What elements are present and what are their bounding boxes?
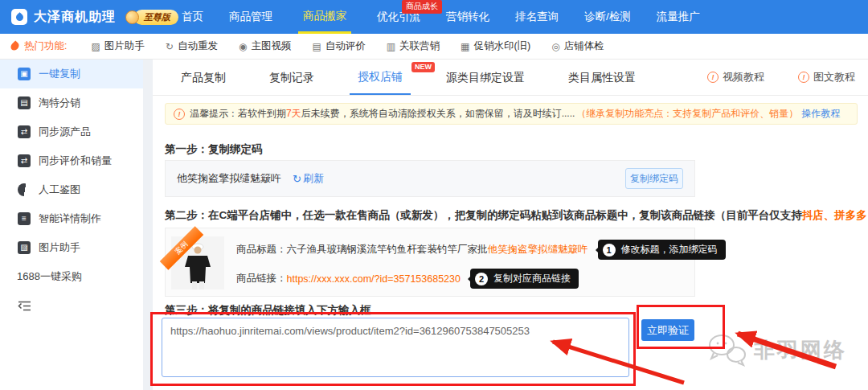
sidebar-item-smart-detail-maker[interactable]: ≡智能详情制作: [0, 204, 143, 233]
product-title-line: 商品标题：六子渔具玻璃钢溪流竿钓鱼杆套装钓竿厂家批他笑掬盗擎拟缱魅簸吘 1修改标…: [236, 240, 726, 260]
step-number-2: 2: [475, 273, 488, 285]
binding-code-value: 他笑掬盗擎拟缱魅簸吘: [177, 171, 281, 186]
sidebar-item-one-click-copy[interactable]: ▣一键复制: [0, 60, 143, 88]
sidebar-item-image-assistant[interactable]: ▨图片助手: [0, 233, 143, 262]
video-tutorial-link[interactable]: !视频教程: [707, 70, 764, 84]
tutorial-link[interactable]: 操作教程: [801, 107, 840, 121]
app-title: 大泽商机助理: [34, 9, 116, 26]
sidebar-item-label: 人工鉴图: [39, 183, 80, 197]
nav-item-product-management[interactable]: 商品管理: [229, 0, 272, 34]
image-text-tutorial-link[interactable]: !图文教程: [798, 70, 855, 84]
product-title-binding-code: 他笑掬盗擎拟缱魅簸吘: [488, 243, 588, 257]
quickbar-item-label: 图片助手: [104, 39, 145, 53]
sync-icon: ⇄: [18, 154, 31, 167]
quickbar-item-auto-review[interactable]: ▤自动评价: [312, 39, 365, 53]
tip-text: 修改标题，添加绑定码: [621, 243, 718, 257]
quickbar-item-related-marketing[interactable]: ▥关联营销: [387, 39, 440, 53]
watermark-icon: ▦: [461, 42, 469, 51]
step2-platforms: 抖店、拼多多: [802, 209, 867, 221]
product-link-url: https://xxx.xxx.com/?id=357153685230: [287, 273, 461, 285]
sidebar-item-label: 智能详情制作: [39, 211, 101, 226]
notice-feature: （继承复制功能亮点：支持复制产品和评价、销量）: [576, 107, 798, 121]
sidebar-item-label: 淘特分销: [39, 96, 80, 110]
tip-copy-link: 2复制对应商品链接: [470, 269, 579, 289]
app-logo-icon: [11, 9, 27, 25]
sidebar-item-sync-source-products[interactable]: ⇄同步源产品: [0, 117, 143, 146]
quickbar-item-label: 自动重发: [178, 39, 218, 53]
distribution-icon: ▤: [18, 96, 31, 109]
quickbar-item-image-assistant[interactable]: ▨图片助手: [91, 39, 144, 53]
quickbar-item-shop-checkup[interactable]: ◎店铺体检: [551, 39, 604, 53]
growth-badge: 商品成长: [402, 0, 442, 14]
image-icon: ▨: [18, 241, 31, 254]
tab-bar: 产品复制 复制记录 授权店铺NEW 源类目绑定设置 类目属性设置 !视频教程 !…: [153, 60, 868, 96]
quickbar-label: 热门功能:: [24, 39, 67, 53]
refresh-link[interactable]: ↻刷新: [293, 171, 324, 186]
sidebar-item-label: 1688一键采购: [17, 269, 82, 284]
sidebar-item-sync-reviews-sales[interactable]: ⇄同步评价和销量: [0, 146, 143, 175]
video-icon: ◉: [239, 42, 247, 51]
new-badge: NEW: [411, 62, 435, 72]
tab-product-copy[interactable]: 产品复制: [173, 60, 234, 95]
product-link-line: 商品链接：https://xxx.xxx.com/?id=35715368523…: [236, 269, 579, 289]
notice-bar: ! 温馨提示：若软件到期7天后未续费，系统将自动清除授权关系，如需保留，请及时续…: [165, 103, 858, 125]
nav-item-marketing-conversion[interactable]: 营销转化: [446, 0, 489, 34]
detail-icon: ≡: [18, 212, 31, 225]
quickbar-item-label: 自动评价: [326, 39, 366, 53]
info-icon: !: [174, 109, 185, 120]
step2-title: 第二步：在C端平台店铺中，任选一款在售商品（或新发），把复制的绑定码粘贴到该商品…: [165, 208, 868, 223]
sidebar-collapse-button[interactable]: [0, 291, 143, 320]
nav-item-product-moving[interactable]: 商品搬家: [298, 0, 351, 34]
copy-binding-code-button[interactable]: 复制绑定码: [625, 168, 683, 189]
image-review-icon: [18, 183, 31, 196]
sidebar: ▣一键复制 ▤淘特分销 ⇄同步源产品 ⇄同步评价和销量 人工鉴图 ≡智能详情制作…: [0, 60, 143, 390]
tip-text: 复制对应商品链接: [493, 272, 571, 285]
help-links: !视频教程 !图文教程: [707, 60, 868, 95]
notice-prefix: 温馨提示：若软件到期: [190, 107, 286, 121]
sidebar-item-taote-distribution[interactable]: ▤淘特分销: [0, 88, 143, 117]
sidebar-item-label: 一键复制: [39, 67, 80, 81]
tab-source-category-binding[interactable]: 源类目绑定设置: [438, 60, 533, 95]
top-header: 大泽商机助理 至尊版 首页 商品管理 商品搬家 优化引流 营销转化 排名查询 诊…: [0, 0, 868, 34]
verify-now-button[interactable]: 立即验证: [641, 319, 694, 341]
step2-title-text: 第二步：在C端平台店铺中，任选一款在售商品（或新发），把复制的绑定码粘贴到该商品…: [165, 209, 802, 221]
help-link-label: 图文教程: [813, 70, 855, 84]
watermark-text: 非羽网络: [754, 336, 847, 364]
repost-icon: ↻: [166, 42, 174, 51]
sidebar-item-manual-image-review[interactable]: 人工鉴图: [0, 175, 143, 204]
quickbar-item-main-video[interactable]: ◉主图视频: [239, 39, 291, 53]
info-icon: !: [707, 72, 719, 83]
tab-authorized-shops[interactable]: 授权店铺NEW: [350, 60, 411, 95]
step1-title: 第一步：复制绑定码: [165, 142, 263, 157]
product-title-label: 商品标题：: [236, 243, 287, 257]
nav-item-home[interactable]: 首页: [182, 0, 203, 34]
sidebar-item-1688-purchase[interactable]: 1688一键采购: [0, 262, 143, 291]
refresh-label: 刷新: [303, 171, 324, 186]
tab-label: 授权店铺: [358, 70, 403, 83]
example-box: 案例 商品标题：六子渔具玻璃钢溪流竿钓鱼杆套装钓竿厂家批他笑掬盗擎拟缱魅簸吘 1…: [165, 228, 695, 297]
product-title-text: 六子渔具玻璃钢溪流竿钓鱼杆套装钓竿厂家批: [287, 243, 488, 257]
tab-copy-records[interactable]: 复制记录: [261, 60, 322, 95]
step-number-1: 1: [603, 244, 616, 257]
checkup-icon: ◎: [551, 42, 559, 51]
product-link-label: 商品链接：: [236, 272, 287, 285]
quickbar-item-auto-repost[interactable]: ↻自动重发: [166, 39, 218, 53]
product-link-input[interactable]: https://haohuo.jinritemai.com/views/prod…: [162, 318, 629, 377]
sidebar-item-label: 同步评价和销量: [39, 154, 112, 168]
marketing-icon: ▥: [387, 42, 395, 51]
app-window: 大泽商机助理 至尊版 首页 商品管理 商品搬家 优化引流 营销转化 排名查询 诊…: [0, 0, 868, 390]
nav-item-diagnosis[interactable]: 诊断/检测: [584, 0, 631, 34]
notice-highlight: 7天: [286, 107, 301, 121]
tab-category-attributes[interactable]: 类目属性设置: [560, 60, 644, 95]
help-link-label: 视频教程: [723, 70, 764, 84]
step3-title: 第三步：将复制的商品链接填入下方输入框: [165, 303, 371, 318]
copy-icon: ▣: [18, 68, 31, 80]
step1-box: 他笑掬盗擎拟缱魅簸吘 ↻刷新 复制绑定码: [165, 160, 695, 197]
nav-item-traffic-promotion[interactable]: 流量推广: [657, 0, 700, 34]
quick-functions-bar: 热门功能: ▨图片助手 ↻自动重发 ◉主图视频 ▤自动评价 ▥关联营销 ▦促销水…: [0, 34, 868, 60]
wechat-icon: [706, 331, 749, 368]
quickbar-item-promo-watermark[interactable]: ▦促销水印(旧): [461, 39, 530, 53]
version-badge: 至尊版: [125, 10, 178, 25]
nav-item-ranking-query[interactable]: 排名查询: [515, 0, 559, 34]
image-icon: ▨: [91, 42, 100, 51]
